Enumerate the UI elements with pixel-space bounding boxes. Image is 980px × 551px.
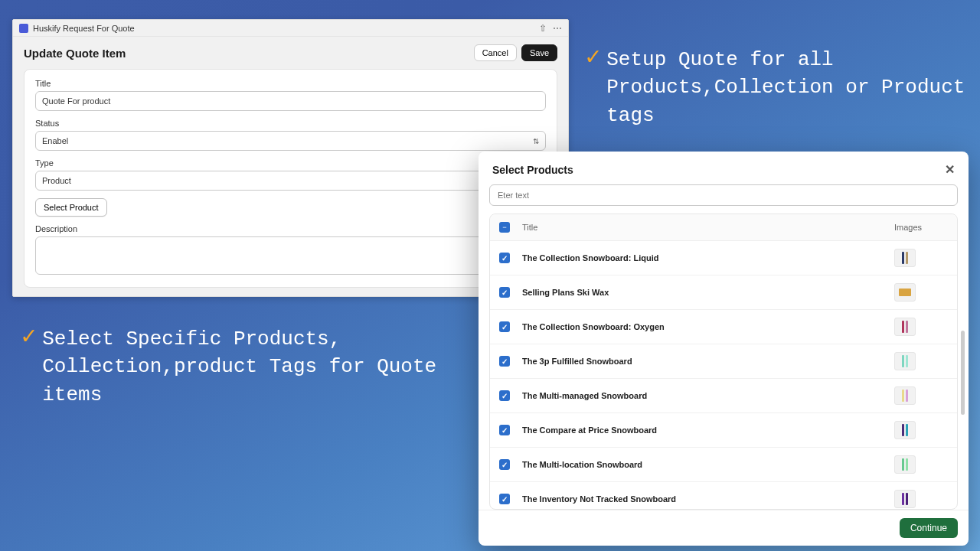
table-row[interactable]: ✓The Collection Snowboard: Oxygen xyxy=(490,310,957,344)
search-input[interactable] xyxy=(489,184,958,206)
type-label: Type xyxy=(35,158,546,168)
close-icon[interactable]: ✕ xyxy=(945,162,955,177)
product-thumb-cell xyxy=(894,352,948,370)
product-thumb xyxy=(894,318,916,336)
select-product-button[interactable]: Select Product xyxy=(35,198,107,217)
row-checkbox[interactable]: ✓ xyxy=(499,356,510,367)
more-icon[interactable]: ⋯ xyxy=(553,23,562,34)
form-card: Title Status Enabel ⇅ Type Select Produc… xyxy=(24,69,557,288)
save-button[interactable]: Save xyxy=(521,44,557,61)
pin-icon[interactable]: ⇧ xyxy=(539,23,547,34)
description-textarea[interactable] xyxy=(35,236,546,275)
product-thumb xyxy=(894,421,916,439)
promo-text: Setup Quote for all Products,Collection … xyxy=(606,46,969,129)
page-title: Update Quote Item xyxy=(24,47,126,60)
promo-text: Select Specific Products, Collection,pro… xyxy=(42,325,466,409)
row-checkbox[interactable]: ✓ xyxy=(499,253,510,263)
scrollbar[interactable] xyxy=(961,331,965,551)
cancel-button[interactable]: Cancel xyxy=(474,44,517,61)
promo-text-bottom: ✓ Select Specific Products, Collection,p… xyxy=(21,325,466,409)
table-row[interactable]: ✓The 3p Fulfilled Snowboard xyxy=(490,344,957,379)
product-thumb-cell xyxy=(894,455,948,474)
product-name: The Multi-managed Snowboard xyxy=(522,391,894,400)
select-all-checkbox[interactable]: － xyxy=(499,222,510,233)
title-label: Title xyxy=(35,79,546,88)
product-thumb-cell xyxy=(894,249,948,267)
checkmark-icon: ✓ xyxy=(21,325,36,350)
select-products-modal: Select Products ✕ － Title Images ✓The Co… xyxy=(479,152,969,546)
product-thumb xyxy=(894,490,916,508)
product-thumb xyxy=(894,249,916,267)
modal-title: Select Products xyxy=(492,164,573,176)
table-row[interactable]: ✓Selling Plans Ski Wax xyxy=(490,276,957,310)
product-name: The Inventory Not Tracked Snowboard xyxy=(522,494,894,504)
description-label: Description xyxy=(35,224,546,233)
status-select[interactable]: Enabel ⇅ xyxy=(35,131,546,151)
app-logo-icon xyxy=(19,24,28,33)
promo-text-top: ✓ Setup Quote for all Products,Collectio… xyxy=(586,46,969,129)
column-images: Images xyxy=(894,223,948,232)
product-thumb-cell xyxy=(894,490,948,508)
app-header: Huskify Request For Quote ⇧ ⋯ xyxy=(13,20,568,37)
table-row[interactable]: ✓The Multi-managed Snowboard xyxy=(490,379,957,413)
table-row[interactable]: ✓The Compare at Price Snowboard xyxy=(490,413,957,448)
row-checkbox[interactable]: ✓ xyxy=(499,321,510,332)
product-thumb xyxy=(894,283,916,302)
table-row[interactable]: ✓The Inventory Not Tracked Snowboard xyxy=(490,482,957,510)
product-name: Selling Plans Ski Wax xyxy=(522,288,894,297)
product-thumb-cell xyxy=(894,421,948,439)
product-thumb-cell xyxy=(894,386,948,405)
continue-button[interactable]: Continue xyxy=(900,518,958,538)
product-thumb xyxy=(894,352,916,370)
product-thumb-cell xyxy=(894,318,948,336)
row-checkbox[interactable]: ✓ xyxy=(499,459,510,470)
type-input[interactable] xyxy=(35,171,546,191)
table-row[interactable]: ✓The Collection Snowboard: Liquid xyxy=(490,241,957,276)
page-bar: Update Quote Item Cancel Save xyxy=(13,37,568,69)
chevron-updown-icon: ⇅ xyxy=(533,137,539,145)
title-input[interactable] xyxy=(35,91,546,111)
product-name: The Multi-location Snowboard xyxy=(522,460,894,469)
product-name: The Compare at Price Snowboard xyxy=(522,425,894,435)
row-checkbox[interactable]: ✓ xyxy=(499,390,510,401)
products-table: － Title Images ✓The Collection Snowboard… xyxy=(489,214,958,510)
checkmark-icon: ✓ xyxy=(586,46,600,70)
product-name: The Collection Snowboard: Liquid xyxy=(522,253,894,262)
product-name: The Collection Snowboard: Oxygen xyxy=(522,322,894,331)
table-row[interactable]: ✓The Multi-location Snowboard xyxy=(490,448,957,482)
product-name: The 3p Fulfilled Snowboard xyxy=(522,357,894,366)
product-thumb xyxy=(894,455,916,474)
status-label: Status xyxy=(35,119,546,128)
table-header: － Title Images xyxy=(490,214,957,241)
row-checkbox[interactable]: ✓ xyxy=(499,287,510,298)
app-title: Huskify Request For Quote xyxy=(33,24,135,33)
column-title: Title xyxy=(522,223,894,232)
product-thumb xyxy=(894,386,916,405)
status-value: Enabel xyxy=(42,136,68,145)
row-checkbox[interactable]: ✓ xyxy=(499,494,510,504)
row-checkbox[interactable]: ✓ xyxy=(499,425,510,435)
product-thumb-cell xyxy=(894,283,948,302)
